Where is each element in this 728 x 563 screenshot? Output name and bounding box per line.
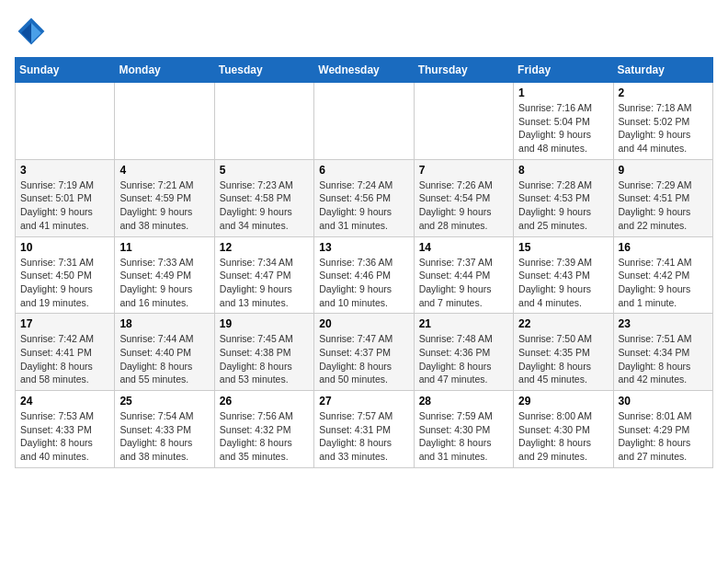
week-row-1: 1Sunrise: 7:16 AMSunset: 5:04 PMDaylight…	[16, 83, 713, 160]
day-cell: 23Sunrise: 7:51 AMSunset: 4:34 PMDayligh…	[613, 314, 712, 391]
day-number: 1	[518, 86, 608, 99]
day-number: 16	[619, 241, 708, 254]
day-info: Sunrise: 7:42 AMSunset: 4:41 PMDaylight:…	[20, 332, 109, 386]
day-cell	[314, 83, 414, 160]
day-info: Sunrise: 7:37 AMSunset: 4:44 PMDaylight:…	[419, 256, 508, 310]
day-number: 26	[220, 395, 309, 408]
day-info: Sunrise: 7:19 AMSunset: 5:01 PMDaylight:…	[20, 178, 109, 233]
day-number: 24	[20, 395, 109, 408]
day-info: Sunrise: 7:45 AMSunset: 4:38 PMDaylight:…	[220, 332, 309, 386]
day-number: 7	[419, 164, 508, 177]
day-info: Sunrise: 7:16 AMSunset: 5:04 PMDaylight:…	[518, 101, 608, 155]
weekday-header-tuesday: Tuesday	[214, 58, 313, 83]
day-number: 12	[220, 241, 309, 254]
day-info: Sunrise: 8:01 AMSunset: 4:29 PMDaylight:…	[619, 409, 708, 464]
day-info: Sunrise: 7:33 AMSunset: 4:49 PMDaylight:…	[119, 256, 209, 310]
day-cell: 15Sunrise: 7:39 AMSunset: 4:43 PMDayligh…	[514, 236, 613, 314]
day-info: Sunrise: 7:59 AMSunset: 4:30 PMDaylight:…	[419, 409, 508, 464]
day-info: Sunrise: 7:51 AMSunset: 4:34 PMDaylight:…	[619, 332, 708, 386]
day-number: 22	[518, 317, 608, 330]
day-number: 11	[119, 241, 209, 254]
day-number: 6	[319, 164, 408, 177]
weekday-header-friday: Friday	[514, 58, 613, 83]
day-cell	[214, 83, 313, 160]
weekday-header-thursday: Thursday	[414, 58, 513, 83]
day-number: 5	[220, 164, 309, 177]
day-cell: 19Sunrise: 7:45 AMSunset: 4:38 PMDayligh…	[214, 314, 313, 391]
day-number: 3	[20, 164, 109, 177]
day-number: 29	[518, 395, 608, 408]
calendar-body: 1Sunrise: 7:16 AMSunset: 5:04 PMDaylight…	[16, 83, 713, 468]
day-info: Sunrise: 7:54 AMSunset: 4:33 PMDaylight:…	[119, 409, 209, 464]
day-cell: 4Sunrise: 7:21 AMSunset: 4:59 PMDaylight…	[115, 159, 214, 236]
weekday-header-row: SundayMondayTuesdayWednesdayThursdayFrid…	[16, 58, 713, 83]
week-row-5: 24Sunrise: 7:53 AMSunset: 4:33 PMDayligh…	[16, 391, 713, 468]
day-cell: 25Sunrise: 7:54 AMSunset: 4:33 PMDayligh…	[115, 391, 214, 468]
weekday-header-sunday: Sunday	[16, 58, 115, 83]
day-cell: 6Sunrise: 7:24 AMSunset: 4:56 PMDaylight…	[314, 159, 414, 236]
day-info: Sunrise: 7:36 AMSunset: 4:46 PMDaylight:…	[319, 256, 408, 310]
day-number: 20	[319, 317, 408, 330]
day-cell	[16, 83, 115, 160]
day-number: 8	[518, 164, 608, 177]
day-cell: 8Sunrise: 7:28 AMSunset: 4:53 PMDaylight…	[514, 159, 613, 236]
day-number: 14	[419, 241, 508, 254]
day-info: Sunrise: 7:26 AMSunset: 4:54 PMDaylight:…	[419, 178, 508, 233]
day-cell: 26Sunrise: 7:56 AMSunset: 4:32 PMDayligh…	[214, 391, 313, 468]
day-cell: 12Sunrise: 7:34 AMSunset: 4:47 PMDayligh…	[214, 236, 313, 314]
day-cell: 10Sunrise: 7:31 AMSunset: 4:50 PMDayligh…	[16, 236, 115, 314]
day-info: Sunrise: 7:41 AMSunset: 4:42 PMDaylight:…	[619, 256, 708, 310]
weekday-header-wednesday: Wednesday	[314, 58, 414, 83]
day-cell: 2Sunrise: 7:18 AMSunset: 5:02 PMDaylight…	[613, 83, 712, 160]
day-info: Sunrise: 7:47 AMSunset: 4:37 PMDaylight:…	[319, 332, 408, 386]
day-info: Sunrise: 7:24 AMSunset: 4:56 PMDaylight:…	[319, 178, 408, 233]
day-info: Sunrise: 7:39 AMSunset: 4:43 PMDaylight:…	[518, 256, 608, 310]
day-cell	[115, 83, 214, 160]
day-cell: 17Sunrise: 7:42 AMSunset: 4:41 PMDayligh…	[16, 314, 115, 391]
day-info: Sunrise: 7:31 AMSunset: 4:50 PMDaylight:…	[20, 256, 109, 310]
day-number: 2	[619, 86, 708, 99]
day-number: 4	[119, 164, 209, 177]
day-number: 30	[619, 395, 708, 408]
day-cell: 3Sunrise: 7:19 AMSunset: 5:01 PMDaylight…	[16, 159, 115, 236]
day-cell: 16Sunrise: 7:41 AMSunset: 4:42 PMDayligh…	[613, 236, 712, 314]
day-cell: 30Sunrise: 8:01 AMSunset: 4:29 PMDayligh…	[613, 391, 712, 468]
day-number: 25	[119, 395, 209, 408]
day-number: 15	[518, 241, 608, 254]
day-info: Sunrise: 7:23 AMSunset: 4:58 PMDaylight:…	[220, 178, 309, 233]
weekday-header-monday: Monday	[115, 58, 214, 83]
day-number: 10	[20, 241, 109, 254]
day-number: 18	[119, 317, 209, 330]
day-cell: 18Sunrise: 7:44 AMSunset: 4:40 PMDayligh…	[115, 314, 214, 391]
day-number: 27	[319, 395, 408, 408]
day-info: Sunrise: 7:48 AMSunset: 4:36 PMDaylight:…	[419, 332, 508, 386]
day-number: 19	[220, 317, 309, 330]
day-cell: 9Sunrise: 7:29 AMSunset: 4:51 PMDaylight…	[613, 159, 712, 236]
day-cell: 13Sunrise: 7:36 AMSunset: 4:46 PMDayligh…	[314, 236, 414, 314]
day-info: Sunrise: 7:18 AMSunset: 5:02 PMDaylight:…	[619, 101, 708, 155]
day-cell: 29Sunrise: 8:00 AMSunset: 4:30 PMDayligh…	[514, 391, 613, 468]
page-header	[15, 15, 713, 48]
calendar: SundayMondayTuesdayWednesdayThursdayFrid…	[15, 57, 713, 468]
week-row-3: 10Sunrise: 7:31 AMSunset: 4:50 PMDayligh…	[16, 236, 713, 314]
day-info: Sunrise: 7:29 AMSunset: 4:51 PMDaylight:…	[619, 178, 708, 233]
day-number: 23	[619, 317, 708, 330]
day-info: Sunrise: 7:28 AMSunset: 4:53 PMDaylight:…	[518, 178, 608, 233]
day-info: Sunrise: 7:57 AMSunset: 4:31 PMDaylight:…	[319, 409, 408, 464]
day-info: Sunrise: 8:00 AMSunset: 4:30 PMDaylight:…	[518, 409, 608, 464]
logo-icon	[15, 15, 48, 48]
week-row-2: 3Sunrise: 7:19 AMSunset: 5:01 PMDaylight…	[16, 159, 713, 236]
day-cell: 11Sunrise: 7:33 AMSunset: 4:49 PMDayligh…	[115, 236, 214, 314]
day-number: 9	[619, 164, 708, 177]
logo	[15, 15, 53, 48]
day-cell: 22Sunrise: 7:50 AMSunset: 4:35 PMDayligh…	[514, 314, 613, 391]
day-cell: 5Sunrise: 7:23 AMSunset: 4:58 PMDaylight…	[214, 159, 313, 236]
week-row-4: 17Sunrise: 7:42 AMSunset: 4:41 PMDayligh…	[16, 314, 713, 391]
day-info: Sunrise: 7:56 AMSunset: 4:32 PMDaylight:…	[220, 409, 309, 464]
day-number: 13	[319, 241, 408, 254]
day-cell: 1Sunrise: 7:16 AMSunset: 5:04 PMDaylight…	[514, 83, 613, 160]
day-info: Sunrise: 7:21 AMSunset: 4:59 PMDaylight:…	[119, 178, 209, 233]
day-info: Sunrise: 7:53 AMSunset: 4:33 PMDaylight:…	[20, 409, 109, 464]
day-cell	[414, 83, 513, 160]
day-number: 17	[20, 317, 109, 330]
